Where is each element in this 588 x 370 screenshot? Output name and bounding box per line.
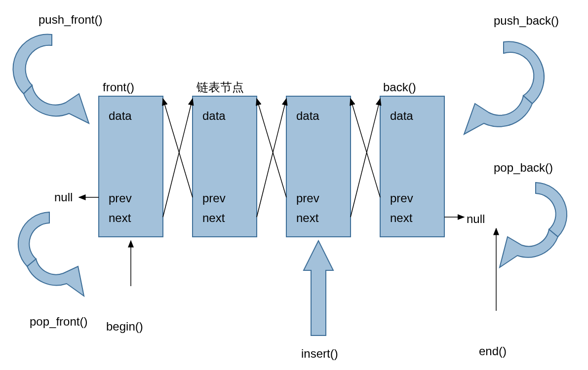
node-2: data prev next — [286, 96, 351, 237]
linked-list-diagram: data prev next data prev next data prev … — [0, 0, 588, 370]
node-data-label: data — [296, 109, 319, 122]
node-next-label: next — [109, 211, 131, 224]
insert-arrow-icon — [304, 241, 333, 335]
null-right-label: null — [467, 212, 485, 225]
link-3-prev — [351, 99, 380, 197]
link-2-next — [351, 99, 380, 217]
node-next-label: next — [296, 211, 319, 224]
node-next-label: next — [202, 211, 225, 224]
link-0-next — [163, 99, 193, 217]
link-1-next — [257, 99, 286, 217]
push-back-arrow-icon — [464, 41, 544, 134]
null-left-label: null — [54, 190, 73, 204]
pop-back-arrow-icon — [500, 183, 567, 267]
node-3: data prev next — [380, 96, 444, 237]
pop-back-label: pop_back() — [494, 161, 553, 174]
push-front-label: push_front() — [39, 13, 102, 26]
node-prev-label: prev — [296, 191, 319, 205]
push-front-arrow-icon — [13, 34, 89, 123]
insert-label: insert() — [301, 347, 338, 360]
node-prev-label: prev — [390, 191, 413, 205]
list-node-label: 链表节点 — [196, 80, 244, 94]
node-0: data prev next — [99, 96, 163, 237]
node-next-label: next — [390, 211, 413, 224]
back-label: back() — [383, 80, 416, 94]
link-2-prev — [257, 99, 286, 197]
pop-front-label: pop_front() — [30, 315, 87, 328]
front-label: front() — [103, 80, 134, 94]
node-prev-label: prev — [202, 191, 226, 205]
node-prev-label: prev — [109, 191, 132, 205]
svg-marker-5 — [304, 241, 333, 335]
push-back-label: push_back() — [494, 14, 559, 27]
link-1-prev — [163, 99, 193, 197]
end-label: end() — [479, 344, 507, 358]
node-1: data prev next — [193, 96, 257, 237]
node-data-label: data — [390, 109, 413, 122]
node-data-label: data — [202, 109, 226, 122]
pop-front-arrow-icon — [18, 212, 84, 296]
node-data-label: data — [109, 109, 132, 122]
begin-label: begin() — [106, 320, 143, 333]
